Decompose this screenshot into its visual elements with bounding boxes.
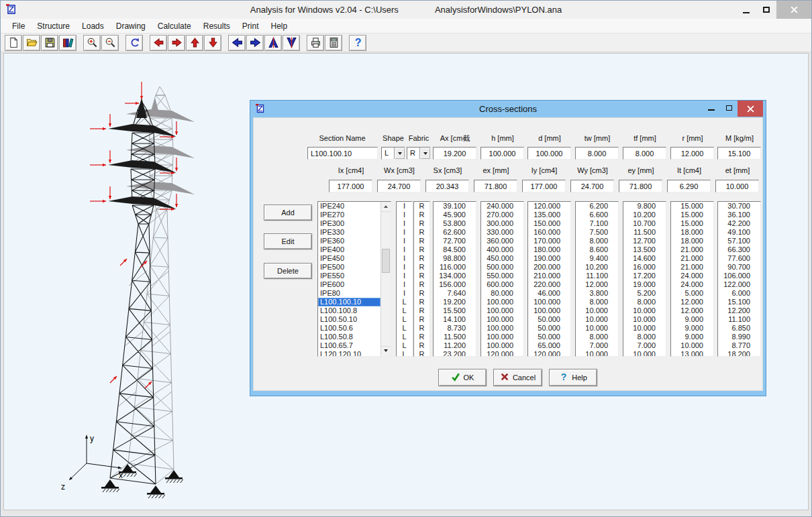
zoom-out-button[interactable] xyxy=(101,35,119,51)
window-minimize-button[interactable] xyxy=(736,1,756,19)
chevron-down-icon[interactable] xyxy=(394,148,405,159)
col-tw[interactable]: 6.2006.6007.1007.5008.0008.6009.40010.20… xyxy=(575,201,619,357)
window-maximize-button[interactable] xyxy=(756,1,776,19)
col-shape[interactable]: IIIIIIIIIIILLLLLLL xyxy=(396,201,413,357)
menu-item-loads[interactable]: Loads xyxy=(76,20,110,32)
field-wx[interactable]: 24.700 xyxy=(377,180,421,192)
help-button[interactable]: ? xyxy=(349,35,366,51)
list-item[interactable]: L100.100.8 xyxy=(318,306,380,315)
dialog-maximize-button[interactable] xyxy=(720,101,738,115)
rotate-right-button[interactable] xyxy=(246,35,264,51)
section-list-scrollbar[interactable] xyxy=(380,202,391,356)
cancel-button[interactable]: Cancel xyxy=(493,369,542,386)
field-ix[interactable]: 177.000 xyxy=(329,180,372,192)
list-cell: 50.000 xyxy=(528,315,570,324)
field-r[interactable]: 12.000 xyxy=(670,147,714,160)
ok-button[interactable]: OK xyxy=(438,369,487,386)
help-icon: ? xyxy=(559,372,568,383)
list-item[interactable]: IPE500 xyxy=(318,263,380,272)
field-ey[interactable]: 71.800 xyxy=(619,180,662,192)
list-item[interactable]: L100.100.10 xyxy=(318,298,380,306)
list-cell: R xyxy=(414,263,429,272)
rotate-left-button[interactable] xyxy=(228,35,246,51)
menu-item-results[interactable]: Results xyxy=(197,20,236,32)
field-ax[interactable]: 19.200 xyxy=(433,147,476,160)
menu-item-drawing[interactable]: Drawing xyxy=(110,20,152,32)
pan-down-button[interactable] xyxy=(204,35,221,51)
list-cell: 72.700 xyxy=(434,237,476,245)
scroll-up-icon[interactable] xyxy=(381,202,391,212)
list-item[interactable]: IPE330 xyxy=(318,228,380,237)
field-d[interactable]: 100.000 xyxy=(527,147,571,160)
dialog-minimize-button[interactable] xyxy=(703,101,720,115)
delete-button[interactable]: Delete xyxy=(264,263,312,279)
menu-item-structure[interactable]: Structure xyxy=(31,20,76,32)
col-ax[interactable]: 39.10045.90053.80062.60072.70084.50098.8… xyxy=(433,201,476,357)
calculator-button[interactable] xyxy=(325,35,342,51)
save-file-button[interactable] xyxy=(41,35,58,51)
add-button[interactable]: Add xyxy=(264,205,312,221)
menu-item-calculate[interactable]: Calculate xyxy=(152,20,197,32)
menu-item-help[interactable]: Help xyxy=(264,20,293,32)
field-et[interactable]: 10.000 xyxy=(715,180,759,192)
section-name-input[interactable] xyxy=(307,147,378,160)
print-button[interactable] xyxy=(307,35,324,51)
help-button[interactable]: ?Help xyxy=(549,369,597,386)
edit-button[interactable]: Edit xyxy=(264,233,312,249)
section-list[interactable]: IPE240IPE270IPE300IPE330IPE360IPE400IPE4… xyxy=(317,201,391,357)
list-item[interactable]: IPE300 xyxy=(318,219,380,228)
window-close-button[interactable] xyxy=(776,1,811,19)
list-item[interactable]: L100.65.7 xyxy=(318,341,380,350)
list-cell: 106.000 xyxy=(718,272,760,280)
field-tw[interactable]: 8.000 xyxy=(575,147,619,160)
col-r[interactable]: 15.00015.00015.00018.00018.00021.00021.0… xyxy=(670,201,714,357)
list-item[interactable]: IPE240 xyxy=(318,202,380,211)
menu-item-print[interactable]: Print xyxy=(236,20,265,32)
col-m[interactable]: 30.70036.10042.20049.10057.10066.30077.6… xyxy=(717,201,761,357)
field-tf[interactable]: 8.000 xyxy=(623,147,666,160)
drawing-canvas[interactable]: yxz Cross-sections Section NameShapeFabr… xyxy=(3,53,809,510)
list-item[interactable]: IPE600 xyxy=(318,280,380,289)
list-item[interactable]: IPE360 xyxy=(318,237,380,245)
fabric-combo[interactable]: R xyxy=(407,147,431,160)
rotate-down-button[interactable] xyxy=(283,35,300,51)
list-item[interactable]: IPE400 xyxy=(318,245,380,254)
list-item[interactable]: IPE80 xyxy=(318,289,380,298)
field-wy[interactable]: 24.700 xyxy=(570,180,614,192)
col-fabric[interactable]: RRRRRRRRRRRRRRRRRR xyxy=(413,201,430,357)
col-d[interactable]: 120.000135.000150.000160.000170.000180.0… xyxy=(527,201,571,357)
list-item[interactable]: IPE270 xyxy=(318,211,380,219)
list-item[interactable]: L120.120.10 xyxy=(318,350,380,357)
menu-item-file[interactable]: File xyxy=(6,20,31,32)
field-h[interactable]: 100.000 xyxy=(480,147,524,160)
field-iy[interactable]: 177.000 xyxy=(522,180,566,192)
rotate-up-button[interactable] xyxy=(264,35,282,51)
scroll-down-icon[interactable] xyxy=(381,346,391,356)
pan-left-button[interactable] xyxy=(150,35,167,51)
field-ex[interactable]: 71.800 xyxy=(474,180,517,192)
library-button[interactable] xyxy=(59,35,77,51)
list-item[interactable]: L100.50.10 xyxy=(318,315,380,324)
open-file-button[interactable] xyxy=(23,35,40,51)
col-h[interactable]: 240.000270.000300.000330.000360.000400.0… xyxy=(480,201,524,357)
pan-right-button[interactable] xyxy=(168,35,185,51)
dialog-close-button[interactable] xyxy=(738,101,763,117)
col-tf[interactable]: 9.80010.20010.70011.50012.70013.50014.60… xyxy=(623,201,666,357)
undo-button[interactable] xyxy=(125,35,143,51)
new-file-button[interactable] xyxy=(5,35,22,51)
list-item[interactable]: IPE550 xyxy=(318,272,380,280)
scrollbar-thumb[interactable] xyxy=(382,249,390,273)
list-cell: I xyxy=(397,280,412,289)
pan-up-button[interactable] xyxy=(186,35,203,51)
zoom-in-button[interactable] xyxy=(83,35,101,51)
list-item[interactable]: L100.50.6 xyxy=(318,324,380,333)
list-item[interactable]: IPE450 xyxy=(318,254,380,263)
field-it[interactable]: 6.290 xyxy=(667,180,711,192)
field-sx[interactable]: 20.343 xyxy=(425,180,469,192)
field-m[interactable]: 15.100 xyxy=(717,147,761,160)
list-item[interactable]: L100.50.8 xyxy=(318,333,380,341)
shape-combo[interactable]: L xyxy=(381,147,405,160)
chevron-down-icon[interactable] xyxy=(419,148,430,159)
list-cell: 10.000 xyxy=(623,315,666,324)
dialog-title-bar[interactable]: Cross-sections xyxy=(253,101,763,117)
